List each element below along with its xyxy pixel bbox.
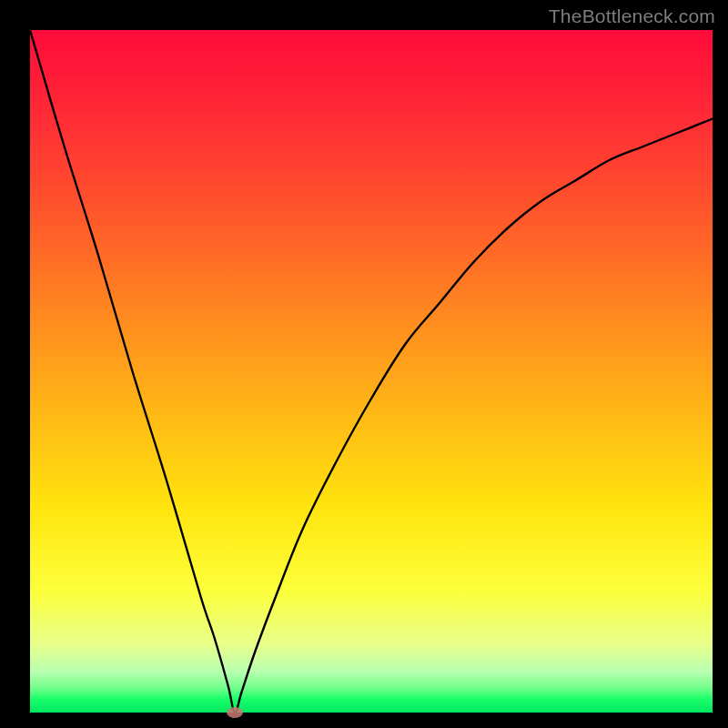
watermark-text: TheBottleneck.com — [549, 5, 715, 27]
bottleneck-curve — [30, 30, 713, 713]
minimum-marker — [227, 707, 243, 718]
chart-frame: TheBottleneck.com — [0, 0, 728, 728]
plot-area — [30, 30, 713, 713]
